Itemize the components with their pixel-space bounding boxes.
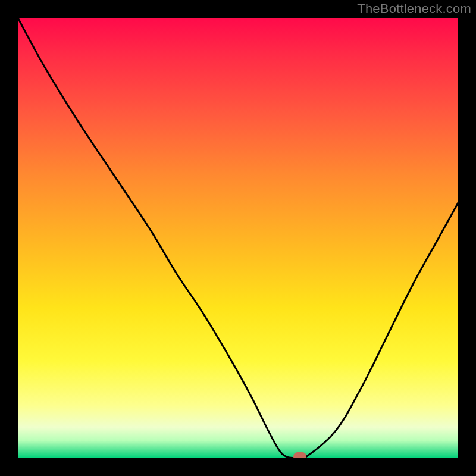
- plot-area: [18, 18, 458, 458]
- chart-frame: TheBottleneck.com: [0, 0, 476, 476]
- curve-path: [18, 18, 458, 458]
- bottleneck-curve: [18, 18, 458, 458]
- optimal-point-marker: [293, 452, 306, 458]
- watermark-label: TheBottleneck.com: [357, 1, 471, 17]
